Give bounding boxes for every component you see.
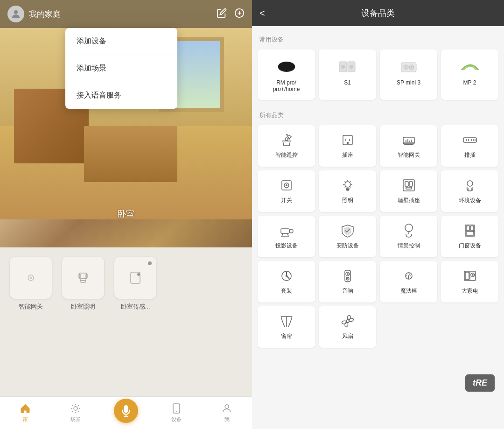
- gateway-icon-box: [10, 257, 52, 299]
- header-icons: [217, 8, 245, 21]
- category-switch[interactable]: 开关: [258, 170, 315, 212]
- mp2-img: [458, 57, 482, 76]
- category-magic-wand[interactable]: 魔法棒: [380, 261, 437, 302]
- svg-point-105: [346, 320, 349, 323]
- mp2-name: MP 2: [463, 79, 476, 86]
- category-projector[interactable]: 投影设备: [258, 216, 315, 257]
- bottom-nav: 家 场景: [0, 396, 252, 429]
- category-curtain[interactable]: 窗帘: [258, 306, 315, 348]
- nav-mic[interactable]: [101, 403, 151, 423]
- right-header: < 设备品类: [252, 0, 504, 26]
- s1-img: [336, 57, 360, 76]
- edit-icon[interactable]: [217, 8, 227, 21]
- category-lighting[interactable]: 照明: [319, 170, 376, 212]
- voice-service-item[interactable]: 接入语音服务: [65, 82, 177, 109]
- svg-point-55: [474, 140, 476, 141]
- fan-name: 风扇: [342, 332, 353, 340]
- svg-point-93: [347, 273, 349, 275]
- back-button[interactable]: <: [259, 8, 274, 19]
- category-fan[interactable]: 风扇: [319, 306, 376, 348]
- add-device-item[interactable]: 添加设备: [65, 28, 177, 55]
- svg-line-66: [344, 186, 345, 187]
- nav-scene-label: 场景: [70, 416, 81, 423]
- category-appliance[interactable]: 大家电: [441, 261, 498, 302]
- sensor-status-dot: [148, 261, 152, 265]
- device-card-sensor[interactable]: 卧室传感...: [112, 257, 159, 311]
- sp-mini-img: [397, 57, 421, 76]
- svg-rect-99: [465, 272, 469, 280]
- speaker-name: 音响: [342, 287, 353, 295]
- s1-name: S1: [344, 79, 351, 86]
- nav-me[interactable]: 我: [202, 403, 252, 423]
- category-door-window[interactable]: 门窗设备: [441, 216, 498, 257]
- svg-point-28: [278, 62, 295, 71]
- svg-point-0: [14, 10, 18, 14]
- svg-rect-69: [347, 190, 349, 190]
- device-grid: 智能网关 卧室照明: [0, 247, 252, 396]
- category-scene-ctrl[interactable]: 情景控制: [380, 216, 437, 257]
- remote-name: 智能遥控: [275, 151, 298, 159]
- category-remote[interactable]: 智能遥控: [258, 125, 315, 167]
- common-device-mp2[interactable]: MP 2: [441, 49, 498, 100]
- category-speaker[interactable]: 音响: [319, 261, 376, 302]
- nav-device[interactable]: 设备: [151, 403, 202, 423]
- svg-point-38: [285, 138, 288, 141]
- gateway-cat-name: 智能网关: [398, 151, 420, 159]
- category-security[interactable]: 安防设备: [319, 216, 376, 257]
- nav-scene[interactable]: 场景: [50, 403, 101, 423]
- add-icon[interactable]: [234, 8, 245, 21]
- avatar: [7, 6, 24, 22]
- category-gateway[interactable]: 智能网关: [380, 125, 437, 167]
- nav-home[interactable]: 家: [0, 403, 50, 423]
- svg-point-32: [350, 65, 353, 69]
- mic-button[interactable]: [114, 399, 138, 423]
- category-package[interactable]: 套装: [258, 261, 315, 302]
- tre-badge: tRE: [465, 374, 495, 392]
- svg-point-37: [411, 66, 413, 68]
- common-device-rm-pro[interactable]: RM pro/pro+/home: [258, 49, 315, 100]
- category-socket[interactable]: 插座: [319, 125, 376, 167]
- svg-rect-49: [404, 144, 413, 145]
- svg-rect-85: [466, 226, 469, 231]
- common-device-sp-mini[interactable]: SP mini 3: [380, 49, 437, 100]
- svg-point-95: [347, 278, 348, 280]
- svg-point-78: [289, 229, 293, 233]
- svg-point-59: [345, 182, 350, 187]
- svg-point-88: [473, 231, 474, 232]
- category-wall-socket[interactable]: 墙壁插座: [380, 170, 437, 212]
- security-name: 安防设备: [336, 242, 359, 250]
- category-environment[interactable]: 环境设备: [441, 170, 498, 212]
- category-powerstrip[interactable]: 排插: [441, 125, 498, 167]
- nav-device-label: 设备: [171, 416, 182, 423]
- light-name: 卧室照明: [71, 302, 95, 311]
- categories-scroll[interactable]: 常用设备 RM pro/pro+/home: [252, 26, 504, 429]
- svg-point-74: [467, 181, 473, 186]
- svg-point-5: [30, 277, 32, 279]
- wall-socket-name: 墙壁插座: [398, 197, 420, 204]
- door-window-name: 门窗设备: [459, 242, 481, 250]
- nav-home-label: 家: [23, 416, 28, 423]
- common-device-s1[interactable]: S1: [319, 49, 376, 100]
- svg-line-20: [72, 411, 73, 412]
- svg-rect-87: [466, 232, 474, 235]
- svg-line-19: [78, 411, 79, 412]
- svg-point-58: [286, 184, 287, 186]
- add-scene-item[interactable]: 添加场景: [65, 55, 177, 82]
- svg-line-21: [78, 405, 79, 406]
- svg-rect-72: [409, 182, 413, 186]
- device-card-gateway[interactable]: 智能网关: [7, 257, 54, 311]
- svg-line-67: [350, 182, 350, 183]
- sp-mini-name: SP mini 3: [397, 79, 420, 86]
- left-header: 我的家庭: [0, 0, 252, 28]
- svg-point-31: [341, 65, 345, 69]
- svg-point-12: [137, 273, 140, 276]
- header-title: 我的家庭: [29, 9, 217, 20]
- svg-point-42: [347, 142, 348, 144]
- switch-name: 开关: [281, 197, 292, 204]
- svg-point-26: [225, 405, 229, 408]
- device-card-light[interactable]: 卧室照明: [60, 257, 106, 311]
- rm-pro-img: [274, 57, 299, 76]
- magic-wand-name: 魔法棒: [400, 287, 417, 295]
- curtain-name: 窗帘: [281, 332, 292, 340]
- svg-line-81: [287, 233, 288, 236]
